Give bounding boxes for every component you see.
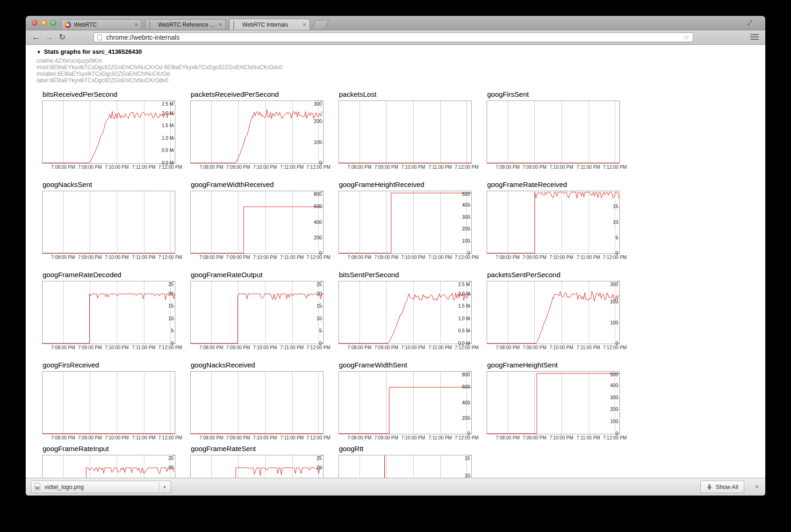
chart-title: googFrameRateInput: [43, 445, 174, 455]
chart-line: [43, 101, 175, 163]
chart-plot-area: 25201510507:08:00 PM7:09:00 PM7:10:00 PM…: [190, 455, 324, 478]
divider: [159, 482, 159, 491]
x-axis-label: 7:09:00 PM: [371, 255, 402, 260]
new-tab-button[interactable]: [311, 20, 329, 29]
y-axis-label: 15: [316, 477, 322, 478]
window-zoom-button[interactable]: [50, 20, 56, 26]
x-axis-label: 7:08:00 PM: [344, 255, 375, 260]
chart-line: [191, 455, 323, 478]
tab-label: WebRTC Internals: [242, 22, 300, 28]
close-icon[interactable]: ×: [755, 482, 759, 491]
tab-close-icon[interactable]: ×: [134, 22, 138, 28]
x-axis-label: 7:08:00 PM: [48, 165, 79, 170]
y-axis-label: 2.5 M: [162, 101, 173, 107]
stat-chart: googNacksSent7:08:00 PM7:09:00 PM7:10:00…: [42, 180, 174, 254]
stats-title-text: Stats graphs for ssrc_4136526430: [44, 48, 142, 55]
reload-button[interactable]: ↻: [57, 32, 68, 43]
download-item-button[interactable]: vidtel_logo.png ▾: [31, 481, 171, 493]
stats-section-title[interactable]: ▼Stats graphs for ssrc_4136526430: [36, 48, 282, 55]
x-axis-label: 7:10:00 PM: [250, 165, 280, 170]
forward-button[interactable]: →: [43, 32, 55, 43]
y-axis-label: 200: [610, 299, 618, 304]
back-button[interactable]: ←: [30, 32, 42, 43]
tab-label: WebRTC Reference App: [158, 22, 216, 28]
y-axis-label: 0: [171, 341, 173, 346]
chart-line: [487, 372, 619, 434]
x-axis-label: 7:10:00 PM: [398, 255, 429, 260]
tab-webrtc-reference-app[interactable]: WebRTC Reference App ×: [145, 19, 226, 29]
tab-close-icon[interactable]: ×: [218, 22, 222, 28]
y-axis-label: 800: [314, 192, 322, 197]
stat-chart: bitsSentPerSecond2.5 M2.0 M1.5 M1.0 M0.5…: [338, 271, 471, 344]
y-axis-label: 25: [168, 282, 173, 287]
stat-chart: googFirsReceived7:08:00 PM7:09:00 PM7:10…: [42, 361, 174, 434]
x-axis-label: 7:08:00 PM: [196, 165, 227, 170]
address-bar[interactable]: chrome://webrtc-internals ☆: [93, 32, 693, 42]
chart-line: [339, 191, 471, 253]
x-axis-label: 7:12:00 PM: [155, 255, 186, 260]
x-axis-label: 7:10:00 PM: [101, 345, 132, 350]
x-axis-label: 7:09:00 PM: [223, 345, 253, 350]
y-axis-label: 0.0 M: [458, 341, 470, 346]
chart-title: googFrameHeightSent: [487, 361, 619, 371]
mslabel-line: mslabel:6E9laEYkyxlkTCxDgc82ZGoEhlCfxNuC…: [36, 71, 282, 77]
stat-chart: googRtt1510507:08:00 PM7:09:00 PM7:10:00…: [338, 445, 471, 478]
x-axis-label: 7:10:00 PM: [101, 165, 132, 170]
y-axis-label: 5: [171, 328, 173, 333]
y-axis-label: 0: [467, 431, 470, 436]
y-axis-label: 20: [168, 291, 173, 296]
y-axis-label: 0: [615, 431, 618, 436]
x-axis-label: 7:12:00 PM: [303, 435, 334, 440]
chevron-down-icon[interactable]: ▾: [161, 485, 168, 489]
y-axis-label: 300: [314, 101, 322, 107]
y-axis-label: 600: [314, 204, 322, 209]
y-axis-label: 0: [319, 160, 322, 165]
page-icon: [149, 21, 150, 30]
bookmark-star-icon[interactable]: ☆: [683, 33, 690, 42]
x-axis-label: 7:10:00 PM: [250, 255, 280, 260]
y-axis-label: 200: [314, 119, 322, 124]
x-axis-label: 7:09:00 PM: [519, 345, 550, 350]
chart-title: googFirsSent: [487, 90, 619, 101]
menu-icon[interactable]: [750, 34, 759, 40]
x-axis-label: 7:10:00 PM: [398, 345, 429, 350]
y-axis-label: 15: [465, 456, 470, 461]
chart-line: [43, 281, 175, 344]
url-text[interactable]: chrome://webrtc-internals: [106, 34, 683, 41]
tab-webrtc[interactable]: WebRTC ×: [61, 19, 142, 29]
x-axis-label: 7:12:00 PM: [155, 435, 186, 440]
window-minimize-button[interactable]: [41, 20, 47, 26]
show-all-button[interactable]: Show All: [700, 481, 744, 493]
tab-webrtc-internals[interactable]: WebRTC Internals ×: [229, 19, 310, 30]
chart-plot-area: 2.5 M2.0 M1.5 M1.0 M0.5 M0.0 M7:08:00 PM…: [42, 101, 175, 164]
chart-title: googFrameRateOutput: [191, 271, 323, 281]
fullscreen-icon[interactable]: ⤢: [748, 19, 752, 27]
stat-chart: googFrameHeightSent50040030020010007:08:…: [487, 361, 619, 434]
y-axis-label: 20: [316, 291, 322, 296]
x-axis-label: 7:10:00 PM: [546, 255, 577, 260]
x-axis-label: 7:10:00 PM: [101, 435, 132, 440]
stat-chart: googFrameWidthReceived80060040020007:08:…: [190, 180, 323, 254]
y-axis-label: 25: [316, 456, 322, 461]
chart-title: googFrameRateDecoded: [43, 271, 174, 281]
window-controls: [32, 20, 56, 26]
page-icon: [97, 35, 102, 40]
chart-plot-area: 2.5 M2.0 M1.5 M1.0 M0.5 M0.0 M7:08:00 PM…: [338, 281, 472, 344]
x-axis-label: 7:08:00 PM: [196, 255, 227, 260]
x-axis-label: 7:08:00 PM: [492, 435, 523, 440]
image-file-icon: [34, 483, 41, 491]
window-close-button[interactable]: [32, 20, 37, 26]
x-axis-label: 7:09:00 PM: [74, 435, 105, 440]
y-axis-label: 500: [610, 372, 618, 377]
stat-chart: googFrameWidthSent80060040020007:08:00 P…: [338, 361, 471, 434]
chart-line: [191, 101, 323, 163]
x-axis-label: 7:09:00 PM: [371, 345, 402, 350]
x-axis-label: 7:09:00 PM: [371, 435, 402, 440]
y-axis-label: 20: [168, 465, 173, 470]
stat-chart: googFrameRateSent25201510507:08:00 PM7:0…: [190, 445, 323, 478]
y-axis-label: 200: [462, 226, 470, 231]
tab-close-icon[interactable]: ×: [302, 22, 306, 28]
x-axis-label: 7:10:00 PM: [250, 345, 280, 350]
collapse-arrow-icon[interactable]: ▼: [36, 50, 41, 55]
chart-line: [339, 281, 471, 344]
